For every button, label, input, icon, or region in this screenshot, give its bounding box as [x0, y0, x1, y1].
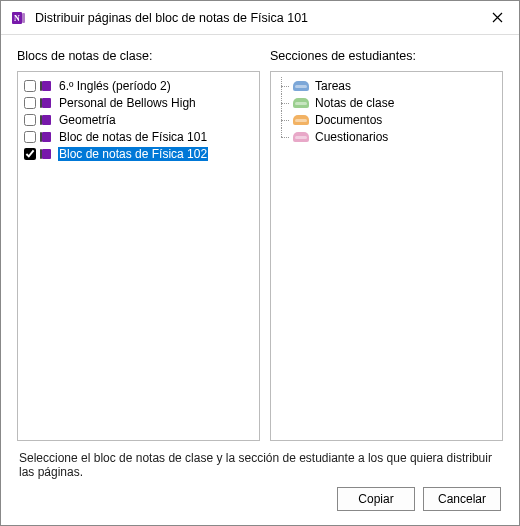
notebook-label: Bloc de notas de Física 102	[58, 147, 208, 161]
notebook-checkbox[interactable]	[24, 131, 36, 143]
notebook-checkbox[interactable]	[24, 114, 36, 126]
notebook-checkbox[interactable]	[24, 148, 36, 160]
cancel-button[interactable]: Cancelar	[423, 487, 501, 511]
notebook-label: Bloc de notas de Física 101	[58, 130, 208, 144]
notebooks-column: Blocs de notas de clase: 6.º Inglés (per…	[17, 49, 260, 441]
notebooks-listbox[interactable]: 6.º Inglés (período 2)Personal de Bellow…	[17, 71, 260, 441]
app-icon: N	[11, 10, 27, 26]
section-item[interactable]: Cuestionarios	[281, 128, 498, 145]
sections-heading: Secciones de estudiantes:	[270, 49, 503, 63]
section-label: Tareas	[315, 79, 351, 93]
section-item[interactable]: Tareas	[281, 77, 498, 94]
sections-listbox[interactable]: TareasNotas de claseDocumentosCuestionar…	[270, 71, 503, 441]
dialog-window: N Distribuir páginas del bloc de notas d…	[0, 0, 520, 526]
dialog-title: Distribuir páginas del bloc de notas de …	[35, 11, 479, 25]
notebook-icon	[40, 131, 54, 143]
notebook-icon	[40, 148, 54, 160]
section-tab-icon	[293, 132, 309, 142]
svg-text:N: N	[14, 14, 20, 23]
section-tab-icon	[293, 115, 309, 125]
titlebar: N Distribuir páginas del bloc de notas d…	[1, 1, 519, 35]
notebook-item[interactable]: 6.º Inglés (período 2)	[22, 77, 255, 94]
section-item[interactable]: Notas de clase	[281, 94, 498, 111]
button-row: Copiar Cancelar	[17, 483, 503, 515]
section-tab-icon	[293, 81, 309, 91]
notebook-icon	[40, 114, 54, 126]
notebook-checkbox[interactable]	[24, 97, 36, 109]
section-label: Notas de clase	[315, 96, 394, 110]
dialog-content: Blocs de notas de clase: 6.º Inglés (per…	[1, 35, 519, 525]
sections-tree: TareasNotas de claseDocumentosCuestionar…	[275, 77, 498, 145]
section-tab-icon	[293, 98, 309, 108]
instruction-text: Seleccione el bloc de notas de clase y l…	[17, 441, 503, 483]
svg-rect-1	[22, 13, 25, 23]
notebook-checkbox[interactable]	[24, 80, 36, 92]
notebook-label: 6.º Inglés (período 2)	[58, 79, 172, 93]
copy-button[interactable]: Copiar	[337, 487, 415, 511]
section-item[interactable]: Documentos	[281, 111, 498, 128]
notebooks-heading: Blocs de notas de clase:	[17, 49, 260, 63]
close-button[interactable]	[479, 4, 515, 32]
notebook-item[interactable]: Bloc de notas de Física 102	[22, 145, 255, 162]
notebook-label: Personal de Bellows High	[58, 96, 197, 110]
notebook-icon	[40, 80, 54, 92]
notebook-item[interactable]: Personal de Bellows High	[22, 94, 255, 111]
sections-column: Secciones de estudiantes: TareasNotas de…	[260, 49, 503, 441]
notebook-item[interactable]: Bloc de notas de Física 101	[22, 128, 255, 145]
section-label: Documentos	[315, 113, 382, 127]
notebook-label: Geometría	[58, 113, 117, 127]
section-label: Cuestionarios	[315, 130, 388, 144]
notebook-icon	[40, 97, 54, 109]
columns: Blocs de notas de clase: 6.º Inglés (per…	[17, 49, 503, 441]
notebook-item[interactable]: Geometría	[22, 111, 255, 128]
